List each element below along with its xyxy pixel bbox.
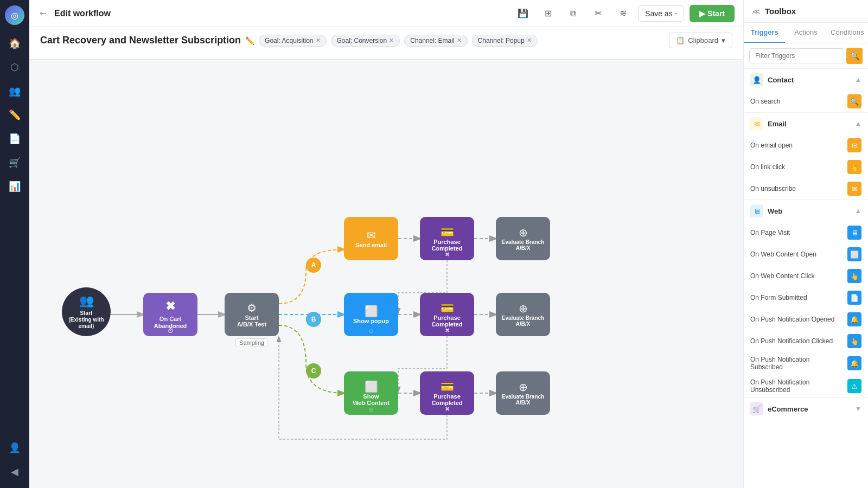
on-push-clicked-icon: 👆 bbox=[847, 334, 861, 348]
right-toolbox: ≪ Toolbox Triggers Actions Conditions 🔍 … bbox=[743, 0, 868, 488]
ecommerce-chevron-icon: ▼ bbox=[855, 405, 861, 413]
on-push-unsubscribed-label: On Push Notification Unsubscribed bbox=[750, 378, 843, 394]
search-button[interactable]: 🔍 bbox=[846, 48, 863, 64]
trigger-on-link-click[interactable]: On link click 👆 bbox=[744, 156, 868, 178]
sidebar-item-profile[interactable]: 👤 bbox=[4, 437, 25, 459]
start-label: Start(Existing withemail) bbox=[69, 310, 104, 330]
top-bar-actions: 💾 ⊞ ⧉ ✂ ≋ Save as - ▶ Start bbox=[513, 4, 735, 23]
ecommerce-section-title: eCommerce bbox=[768, 405, 851, 413]
show-popup-label: Show popup bbox=[353, 318, 389, 324]
grid-icon-btn[interactable]: ⊞ bbox=[538, 4, 558, 23]
clipboard-icon: 📋 bbox=[676, 36, 685, 44]
workflow-edit-icon[interactable]: ✏️ bbox=[245, 36, 254, 45]
node-send-email[interactable]: ✉ Send email bbox=[344, 217, 398, 260]
on-push-opened-label: On Push Notification Opened bbox=[750, 316, 843, 323]
on-search-label: On search bbox=[750, 98, 843, 105]
purchase-b-icon: 💳 bbox=[441, 301, 454, 314]
node-show-web-content[interactable]: ⬜ ShowWeb Content ☺ bbox=[344, 371, 398, 415]
section-ecommerce-header[interactable]: 🛒 eCommerce ▼ bbox=[744, 398, 868, 420]
trigger-on-web-content-open[interactable]: On Web Content Open ⬜ bbox=[744, 243, 868, 265]
purchase-b-label: PurchaseCompleted bbox=[432, 314, 463, 328]
sidebar-item-hub[interactable]: ⬡ bbox=[4, 56, 25, 78]
trigger-on-push-unsubscribed[interactable]: On Push Notification Unsubscribed ⚠ bbox=[744, 375, 868, 397]
tag-channel-popup-remove[interactable]: ✕ bbox=[527, 37, 532, 44]
copy-icon-btn[interactable]: ⧉ bbox=[563, 4, 583, 23]
on-email-open-label: On email open bbox=[750, 142, 843, 149]
node-cart-abandoned[interactable]: ✖ On CartAbandoned ⏱ bbox=[143, 293, 197, 336]
sidebar-collapse-btn[interactable]: ◀ bbox=[4, 461, 25, 483]
eval-a-icon: ⊕ bbox=[519, 226, 528, 239]
trigger-on-unsubscribe[interactable]: On unsubscribe ✉ bbox=[744, 178, 868, 200]
node-eval-c[interactable]: ⊕ Evaluate BranchA/B/X bbox=[496, 371, 550, 415]
tab-conditions[interactable]: Conditions bbox=[827, 23, 868, 43]
web-sub-icon: ☺ bbox=[368, 406, 374, 413]
sidebar-item-analytics[interactable]: 📊 bbox=[4, 176, 25, 197]
trigger-on-push-subscribed[interactable]: On Push Notification Subscribed 🔔 bbox=[744, 352, 868, 375]
node-purchase-b[interactable]: 💳 PurchaseCompleted ✖ bbox=[420, 293, 474, 336]
trigger-on-push-opened[interactable]: On Push Notification Opened 🔔 bbox=[744, 309, 868, 330]
workflow-header: Cart Recovery and Newsletter Subscriptio… bbox=[29, 27, 743, 60]
show-popup-icon: ⬜ bbox=[365, 305, 378, 318]
trigger-on-page-visit[interactable]: On Page Visit 🖥 bbox=[744, 222, 868, 243]
save-as-button[interactable]: Save as - bbox=[638, 5, 684, 22]
back-button[interactable]: ← bbox=[38, 8, 48, 19]
workflow-title: Cart Recovery and Newsletter Subscriptio… bbox=[40, 35, 241, 46]
node-show-popup[interactable]: ⬜ Show popup ☺ bbox=[344, 293, 398, 336]
purchase-a-label: PurchaseCompleted bbox=[432, 239, 463, 252]
trigger-on-search[interactable]: On search 🔍 bbox=[744, 91, 868, 112]
popup-sub-icon: ☺ bbox=[368, 328, 374, 334]
node-purchase-a[interactable]: 💳 PurchaseCompleted ✖ bbox=[420, 217, 474, 260]
search-input[interactable] bbox=[749, 48, 844, 63]
toolbox-body: 👤 Contact ▲ On search 🔍 ✉ Email ▲ On ema… bbox=[744, 69, 868, 488]
node-start[interactable]: 👥 Start(Existing withemail) bbox=[62, 287, 111, 336]
canvas-area[interactable]: 👥 Start(Existing withemail) ✖ On CartAba… bbox=[29, 60, 743, 488]
on-web-content-open-label: On Web Content Open bbox=[750, 251, 843, 258]
on-search-icon: 🔍 bbox=[847, 94, 861, 108]
node-eval-b[interactable]: ⊕ Evaluate BranchA/B/X bbox=[496, 293, 550, 336]
on-push-subscribed-label: On Push Notification Subscribed bbox=[750, 356, 843, 371]
canvas-inner: 👥 Start(Existing withemail) ✖ On CartAba… bbox=[29, 60, 626, 466]
sidebar-item-cart[interactable]: 🛒 bbox=[4, 152, 25, 174]
section-contact-header[interactable]: 👤 Contact ▲ bbox=[744, 69, 868, 91]
tag-goal-conversion-remove[interactable]: ✕ bbox=[389, 37, 394, 44]
tab-actions[interactable]: Actions bbox=[785, 23, 826, 43]
on-link-click-icon: 👆 bbox=[847, 160, 861, 174]
purchase-a-icon: 💳 bbox=[441, 226, 454, 239]
tag-goal-acquisition-remove[interactable]: ✕ bbox=[316, 37, 321, 44]
trigger-on-web-content-click[interactable]: On Web Content Click 👆 bbox=[744, 265, 868, 287]
clipboard-label: Clipboard bbox=[688, 36, 718, 44]
top-bar: ← Edit workflow 💾 ⊞ ⧉ ✂ ≋ Save as - ▶ St… bbox=[29, 0, 743, 27]
section-email-header[interactable]: ✉ Email ▲ bbox=[744, 113, 868, 134]
web-chevron-icon: ▲ bbox=[855, 207, 861, 215]
trigger-on-form-submitted[interactable]: On Form Submitted 📄 bbox=[744, 287, 868, 309]
on-unsubscribe-label: On unsubscribe bbox=[750, 185, 843, 192]
toolbox-collapse-btn[interactable]: ≪ bbox=[752, 7, 761, 16]
tags-row: Goal: Acquisition ✕ Goal: Conversion ✕ C… bbox=[259, 35, 665, 47]
section-web-header[interactable]: 🖥 Web ▲ bbox=[744, 200, 868, 222]
tag-channel-email-remove[interactable]: ✕ bbox=[457, 37, 462, 44]
sidebar-item-edit[interactable]: ✏️ bbox=[4, 104, 25, 126]
node-purchase-c[interactable]: 💳 PurchaseCompleted ✖ bbox=[420, 371, 474, 415]
on-page-visit-label: On Page Visit bbox=[750, 229, 843, 236]
tab-triggers[interactable]: Triggers bbox=[744, 23, 785, 43]
on-push-subscribed-icon: 🔔 bbox=[847, 356, 861, 370]
sidebar-item-contacts[interactable]: 👥 bbox=[4, 80, 25, 102]
clipboard-button[interactable]: 📋 Clipboard ▾ bbox=[669, 33, 732, 48]
tag-goal-conversion: Goal: Conversion ✕ bbox=[331, 35, 400, 47]
sidebar-item-docs[interactable]: 📄 bbox=[4, 128, 25, 150]
save-icon-btn[interactable]: 💾 bbox=[513, 4, 533, 23]
flow-icon-btn[interactable]: ≋ bbox=[613, 4, 633, 23]
sidebar-item-home[interactable]: 🏠 bbox=[4, 33, 25, 54]
cut-icon-btn[interactable]: ✂ bbox=[588, 4, 608, 23]
node-sampling[interactable]: ⚙ StartA/B/X Test Sampling bbox=[225, 293, 279, 336]
trigger-on-push-clicked[interactable]: On Push Notification Clicked 👆 bbox=[744, 330, 868, 352]
trigger-on-email-open[interactable]: On email open ✉ bbox=[744, 134, 868, 156]
cart-icon: ✖ bbox=[165, 299, 175, 313]
node-eval-a[interactable]: ⊕ Evaluate BranchA/B/X bbox=[496, 217, 550, 260]
on-push-unsubscribed-icon: ⚠ bbox=[847, 379, 861, 393]
start-button[interactable]: ▶ Start bbox=[690, 5, 735, 22]
on-web-content-click-icon: 👆 bbox=[847, 269, 861, 283]
tag-channel-email: Channel: Email ✕ bbox=[404, 35, 467, 47]
section-contact: 👤 Contact ▲ On search 🔍 bbox=[744, 69, 868, 113]
app-logo[interactable]: ◎ bbox=[5, 5, 24, 25]
